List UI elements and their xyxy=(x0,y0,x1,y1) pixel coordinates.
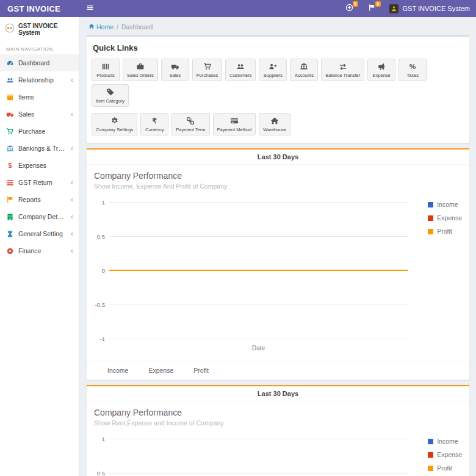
chevron-left-icon: ‹ xyxy=(71,213,73,220)
legend-item-income[interactable]: Income xyxy=(428,438,462,445)
svg-text:$: $ xyxy=(8,162,12,169)
legend-item-expense[interactable]: Expense xyxy=(428,451,462,458)
quick-link-expense[interactable]: Expense xyxy=(367,59,395,81)
sidebar-item-company-details[interactable]: Company Details ‹ xyxy=(0,208,79,225)
sidebar-item-bankings-transactions[interactable]: Bankings & Transactions ‹ xyxy=(0,140,79,157)
user-menu[interactable]: GST INVOICE System xyxy=(389,4,470,13)
gear-icon xyxy=(110,117,119,125)
sidebar-item-gst-return[interactable]: GST Return ‹ xyxy=(0,174,79,191)
legend-label: Profit xyxy=(437,464,452,472)
sidebar-item-purchase[interactable]: Purchase xyxy=(0,123,79,140)
box-icon xyxy=(5,93,14,101)
sidebar-item-label: Items xyxy=(18,93,34,101)
quick-link-payment-term[interactable]: Payment Term xyxy=(171,113,209,135)
plus-circle-icon xyxy=(345,3,353,14)
legend-swatch xyxy=(428,229,433,234)
legend-item-profit[interactable]: Profit xyxy=(428,464,462,472)
sidebar-brand[interactable]: GST INVOICE System xyxy=(0,17,79,41)
legend-label: Income xyxy=(437,438,458,445)
chart-plot: 10.50-0.5-1 xyxy=(109,439,408,476)
tag-icon xyxy=(106,88,115,96)
sidebar-item-general-setting[interactable]: General Setting ‹ xyxy=(0,225,79,242)
quick-link-suppliers[interactable]: Suppliers xyxy=(259,59,287,81)
chevron-left-icon: ‹ xyxy=(71,179,73,186)
quick-link-payment-method[interactable]: Payment Method xyxy=(213,113,256,135)
app-brand[interactable]: GST INVOICE xyxy=(0,0,79,17)
quick-link-label: Item Category xyxy=(96,98,124,104)
quick-link-customers[interactable]: Customers xyxy=(225,59,256,81)
bullhorn-icon xyxy=(377,62,386,71)
sidebar-brand-label: GST INVOICE System xyxy=(18,23,74,36)
legend-label: Expense xyxy=(437,451,462,458)
quick-link-label: Suppliers xyxy=(264,73,283,78)
user-plus-icon xyxy=(269,62,277,71)
breadcrumb-home-link[interactable]: Home xyxy=(88,23,114,31)
legend-item-expense[interactable]: Expense xyxy=(428,214,462,222)
main-content: Home / Dashboard Quick Links Products Sa… xyxy=(80,17,476,476)
sidebar-item-finance[interactable]: Finance ‹ xyxy=(0,242,79,259)
quick-link-label: Balance Transfer xyxy=(325,73,360,78)
quick-link-purchases[interactable]: Purchases xyxy=(192,59,222,81)
truck-icon xyxy=(5,110,14,118)
topbar-right: 5 6 GST INVOICE System xyxy=(344,0,476,17)
quick-link-label: Accounts xyxy=(295,73,314,78)
quick-link-sales[interactable]: Sales xyxy=(161,59,189,81)
legend-item-profit[interactable]: Profit xyxy=(428,228,462,235)
quick-link-accounts[interactable]: Accounts xyxy=(290,59,318,81)
sidebar-item-dashboard[interactable]: Dashboard xyxy=(0,54,79,71)
quick-link-label: Currency xyxy=(145,127,164,132)
quick-link-balance-transfer[interactable]: Balance Transfer xyxy=(321,59,364,81)
sidebar-toggle-button[interactable] xyxy=(79,0,100,17)
y-tick-label: 0.5 xyxy=(97,470,105,476)
flag-icon xyxy=(368,3,376,14)
quick-link-item-category[interactable]: Item Category xyxy=(92,84,129,107)
quick-link-label: Payment Term xyxy=(176,127,205,132)
panel-1-header: Last 30 Days xyxy=(87,150,469,165)
barcode-icon xyxy=(101,62,110,71)
top-bar: GST INVOICE 5 6 GST INVOICE System xyxy=(0,0,476,17)
rupee-icon: ₹ xyxy=(150,117,159,125)
sidebar-item-expenses[interactable]: $ Expenses xyxy=(0,157,79,174)
sidebar-item-relationship[interactable]: Relationship ‹ xyxy=(0,71,79,88)
quick-link-label: Expense xyxy=(373,73,391,78)
chevron-left-icon: ‹ xyxy=(71,145,73,152)
sidebar-item-label: GST Return xyxy=(18,179,52,186)
sidebar-item-items[interactable]: Items xyxy=(0,88,79,106)
quick-link-warehouse[interactable]: Warehouse xyxy=(259,113,290,135)
list-icon xyxy=(5,178,14,187)
chevron-left-icon: ‹ xyxy=(71,76,73,84)
user-avatar xyxy=(389,4,398,13)
notifications-button[interactable]: 6 xyxy=(367,4,377,14)
quick-link-label: Payment Method xyxy=(217,127,252,132)
quick-add-button[interactable]: 5 xyxy=(344,4,355,14)
chart-legend: IncomeExpenseProfit xyxy=(428,201,462,235)
sidebar-menu: Dashboard Relationship ‹ Items Sales ‹ P… xyxy=(0,54,79,259)
sidebar-item-label: Company Details xyxy=(18,213,67,220)
svg-text:%: % xyxy=(409,62,416,71)
quick-link-company-settings[interactable]: Company Settings xyxy=(92,113,137,135)
quick-link-label: Sales Orders xyxy=(127,73,154,78)
app-logo-icon xyxy=(5,23,15,35)
quick-link-currency[interactable]: ₹ Currency xyxy=(140,113,168,135)
sidebar-item-label: Expenses xyxy=(18,162,46,169)
user-name: GST INVOICE System xyxy=(403,5,470,12)
quick-link-taxes[interactable]: % Taxes xyxy=(398,59,427,81)
quick-link-label: Customers xyxy=(229,73,251,78)
legend-swatch xyxy=(428,452,433,458)
home-icon xyxy=(88,23,95,31)
exchange-icon xyxy=(339,62,347,71)
chevron-left-icon: ‹ xyxy=(71,230,73,237)
footer-series-label-profit: Profit xyxy=(193,367,209,374)
footer-series-label-expense: Expense xyxy=(148,367,173,374)
legend-swatch xyxy=(428,215,433,221)
sidebar-item-sales[interactable]: Sales ‹ xyxy=(0,106,79,123)
chart-1-footer: IncomeExpenseProfit xyxy=(87,361,469,380)
quick-link-label: Taxes xyxy=(406,73,419,78)
legend-item-income[interactable]: Income xyxy=(428,201,462,208)
truck-icon xyxy=(171,62,179,71)
gridline xyxy=(109,236,408,237)
quick-link-products[interactable]: Products xyxy=(92,59,120,81)
sidebar-item-reports[interactable]: Reports ‹ xyxy=(0,191,79,208)
quick-link-sales-orders[interactable]: Sales Orders xyxy=(123,59,158,81)
notifications-badge: 6 xyxy=(375,1,381,7)
